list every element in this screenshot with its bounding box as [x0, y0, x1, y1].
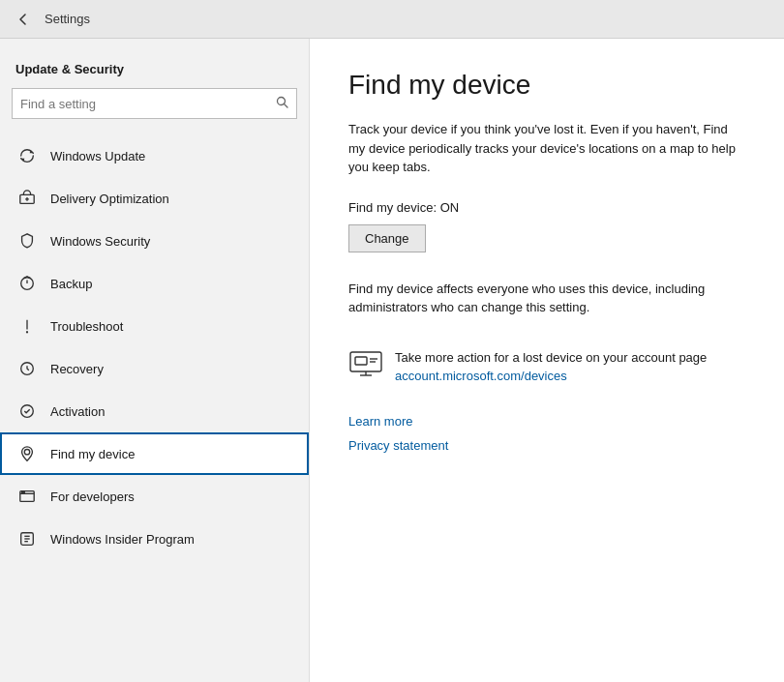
shield-icon: [17, 231, 37, 251]
device-account-icon: [348, 350, 383, 381]
sidebar-item-windows-insider[interactable]: Windows Insider Program: [0, 518, 309, 560]
back-button[interactable]: [12, 8, 35, 31]
sidebar-item-label: For developers: [50, 489, 135, 504]
svg-point-12: [24, 450, 29, 455]
backup-icon: [17, 274, 37, 293]
sidebar-item-troubleshoot[interactable]: Troubleshoot: [0, 305, 309, 347]
account-link[interactable]: account.microsoft.com/devices: [395, 369, 707, 383]
learn-more-link[interactable]: Learn more: [348, 414, 745, 429]
developer-icon: [17, 487, 37, 506]
affect-text: Find my device affects everyone who uses…: [348, 280, 745, 317]
content-area: Find my device Track your device if you …: [310, 39, 784, 682]
svg-rect-24: [355, 357, 367, 365]
sidebar-item-delivery-optimization[interactable]: Delivery Optimization: [0, 177, 309, 220]
sidebar-item-windows-security[interactable]: Windows Security: [0, 220, 309, 262]
sidebar-item-label: Activation: [50, 404, 105, 419]
svg-point-16: [23, 491, 24, 492]
page-description: Track your device if you think you've lo…: [348, 120, 745, 177]
sidebar-item-label: Windows Update: [50, 149, 145, 163]
sidebar-item-activation[interactable]: Activation: [0, 390, 309, 432]
svg-point-15: [21, 491, 22, 492]
account-section: Take more action for a lost device on yo…: [348, 348, 745, 384]
search-input[interactable]: [20, 97, 276, 111]
refresh-icon: [17, 146, 37, 165]
sidebar-item-label: Backup: [50, 277, 92, 291]
page-title: Find my device: [348, 70, 745, 101]
main-layout: Update & Security Windows Update: [0, 39, 784, 682]
activation-icon: [17, 401, 37, 421]
svg-point-9: [27, 332, 28, 333]
sidebar-item-label: Recovery: [50, 362, 104, 376]
search-icon: [276, 96, 288, 111]
insider-icon: [17, 529, 37, 549]
account-text-block: Take more action for a lost device on yo…: [395, 348, 707, 384]
sidebar-section-title: Update & Security: [0, 54, 309, 88]
status-label: Find my device: ON: [348, 200, 745, 215]
sidebar-item-label: Windows Security: [50, 234, 150, 249]
sidebar-item-backup[interactable]: Backup: [0, 262, 309, 305]
sidebar-item-windows-update[interactable]: Windows Update: [0, 134, 309, 177]
sidebar-item-label: Windows Insider Program: [50, 532, 195, 547]
account-description: Take more action for a lost device on yo…: [395, 350, 707, 365]
svg-line-1: [285, 104, 288, 108]
title-bar-label: Settings: [45, 12, 90, 26]
title-bar: Settings: [0, 0, 784, 39]
sidebar-item-label: Delivery Optimization: [50, 192, 169, 206]
change-button[interactable]: Change: [348, 224, 426, 252]
sidebar-item-label: Find my device: [50, 447, 135, 461]
sidebar-item-for-developers[interactable]: For developers: [0, 475, 309, 518]
sidebar: Update & Security Windows Update: [0, 39, 310, 682]
troubleshoot-icon: [17, 316, 37, 336]
delivery-icon: [17, 189, 37, 208]
search-box[interactable]: [12, 88, 297, 119]
recovery-icon: [17, 359, 37, 378]
find-device-icon: [17, 444, 37, 463]
sidebar-item-recovery[interactable]: Recovery: [0, 347, 309, 390]
sidebar-item-label: Troubleshoot: [50, 319, 123, 334]
privacy-statement-link[interactable]: Privacy statement: [348, 438, 745, 453]
sidebar-item-find-my-device[interactable]: Find my device: [0, 432, 309, 475]
